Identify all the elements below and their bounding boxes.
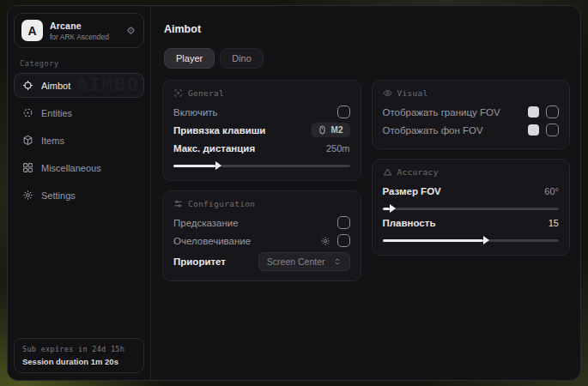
sidebar-item-settings[interactable]: Settings: [14, 183, 144, 208]
smoothness-value: 15: [549, 218, 559, 228]
configuration-card: Configuration Предсказание Очеловечивани…: [162, 190, 361, 281]
sidebar-item-items[interactable]: Items: [14, 128, 144, 153]
fov-bg-label: Отображать фон FOV: [383, 125, 483, 136]
app-window: A Arcane for ARK Ascended Category: [7, 5, 581, 381]
sidebar-item-label: Settings: [41, 190, 76, 201]
app-logo: A: [21, 20, 43, 41]
humanization-label: Очеловечивание: [173, 236, 251, 246]
section-title: General: [188, 88, 224, 98]
sidebar-header: A Arcane for ARK Ascended: [14, 13, 144, 48]
tab-bar: Player Dino: [164, 48, 570, 69]
fov-size-value: 60°: [544, 186, 559, 196]
priority-dropdown[interactable]: Screen Center: [258, 252, 350, 271]
gear-icon: [22, 190, 33, 201]
sidebar-item-label: Miscellaneous: [41, 163, 101, 173]
app-subtitle: for ARK Ascended: [50, 33, 118, 41]
triangle-icon: [383, 167, 392, 177]
sidebar-item-aimbot[interactable]: Aimbot AIMBOT: [14, 73, 144, 98]
session-info-box: Sub expires in 24d 15h Session duration …: [14, 338, 144, 373]
package-icon: [22, 135, 33, 146]
smoothness-slider[interactable]: [383, 239, 560, 242]
main-content: Aimbot Player Dino General: [151, 6, 580, 380]
keybind-button[interactable]: M2: [311, 123, 350, 137]
page-title: Aimbot: [164, 23, 570, 35]
fov-size-label: Размер FOV: [383, 186, 441, 196]
fov-size-slider[interactable]: [383, 208, 560, 210]
category-label: Category: [20, 59, 138, 68]
sidebar-item-label: Items: [41, 136, 64, 146]
sub-expires-text: Sub expires in 24d 15h: [22, 345, 136, 353]
accuracy-card: Accuracy Размер FOV 60° Плавность 15: [372, 159, 571, 256]
blocks-icon: [22, 162, 33, 173]
fov-border-checkbox[interactable]: [546, 106, 559, 118]
visual-card: Visual Отображать границу FOV Отображать…: [372, 80, 571, 149]
priority-label: Приоритет: [173, 256, 226, 267]
max-distance-label: Макс. дистанция: [173, 143, 255, 154]
unfold-icon: [333, 257, 342, 266]
humanization-settings-icon[interactable]: [320, 236, 330, 246]
fov-border-color-swatch[interactable]: [528, 106, 539, 118]
mouse-icon: [318, 125, 327, 135]
slider-fill[interactable]: [383, 208, 390, 210]
sidebar-item-miscellaneous[interactable]: Miscellaneous: [14, 155, 144, 180]
general-card: General Включить Привязка клавиши: [162, 80, 361, 181]
sidebar-item-entities[interactable]: Entities: [14, 100, 144, 125]
session-duration-text: Session duration 1m 20s: [22, 357, 136, 366]
prediction-checkbox[interactable]: [337, 216, 350, 229]
aimbot-watermark: AIMBOT: [76, 75, 144, 95]
target-icon[interactable]: [125, 25, 136, 36]
tab-player[interactable]: Player: [164, 48, 215, 69]
section-title: Visual: [397, 88, 428, 98]
scan-icon: [22, 107, 33, 118]
humanization-checkbox[interactable]: [337, 234, 350, 247]
scan-frame-icon: [173, 88, 183, 98]
slider-fill[interactable]: [173, 165, 215, 167]
crosshair-icon: [22, 80, 33, 91]
app-name: Arcane: [50, 21, 118, 31]
eye-icon: [383, 88, 392, 98]
sidebar-menu: Aimbot AIMBOT Entities: [14, 73, 144, 208]
sidebar-item-label: Entities: [41, 108, 72, 118]
section-title: Accuracy: [397, 167, 439, 177]
tune-icon: [173, 199, 183, 208]
fov-bg-checkbox[interactable]: [546, 124, 559, 136]
sidebar-item-label: Aimbot: [41, 81, 70, 91]
prediction-label: Предсказание: [173, 218, 239, 228]
enable-checkbox[interactable]: [337, 106, 350, 118]
max-distance-slider[interactable]: [173, 165, 350, 167]
sidebar: A Arcane for ARK Ascended Category: [8, 6, 151, 380]
keybind-label: Привязка клавиши: [173, 125, 265, 136]
fov-bg-color-swatch[interactable]: [528, 124, 539, 136]
enable-label: Включить: [173, 107, 218, 118]
smoothness-label: Плавность: [383, 218, 436, 228]
max-distance-value: 250m: [326, 143, 350, 154]
slider-fill[interactable]: [383, 239, 483, 242]
section-title: Configuration: [188, 199, 255, 208]
tab-dino[interactable]: Dino: [220, 48, 264, 69]
fov-border-label: Отображать границу FOV: [383, 107, 500, 118]
